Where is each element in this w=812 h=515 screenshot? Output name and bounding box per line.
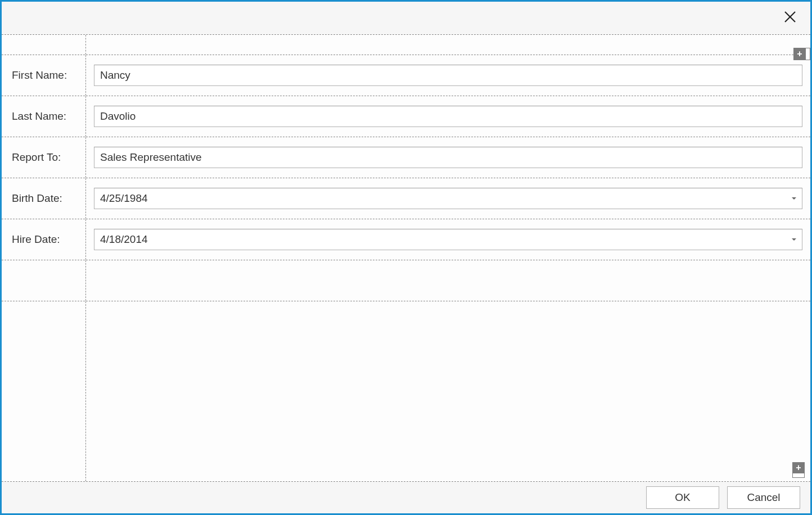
empty-label-cell — [2, 260, 86, 301]
layout-header-label-col — [2, 35, 86, 55]
ok-button[interactable]: OK — [646, 486, 719, 509]
chevron-down-icon — [791, 193, 797, 204]
add-row-button[interactable]: + — [792, 462, 805, 478]
hire-date-input[interactable] — [94, 229, 786, 250]
layout-header-input-col: + — [86, 35, 810, 55]
hire-date-picker[interactable] — [94, 229, 802, 250]
dialog-footer: OK Cancel — [2, 482, 810, 513]
layout-free-input-col: + — [86, 301, 810, 481]
row-report-to: Report To: — [2, 137, 810, 178]
row-last-name: Last Name: — [2, 96, 810, 137]
cell-birth-date — [86, 178, 810, 219]
birth-date-picker[interactable] — [94, 188, 802, 209]
close-button[interactable] — [780, 8, 800, 28]
plus-icon: + — [792, 462, 805, 473]
dialog-window: + First Name: Last Name: Report To: — [0, 0, 812, 515]
layout-header-strip: + — [2, 35, 810, 55]
add-row-tab — [792, 473, 805, 478]
titlebar — [2, 2, 810, 34]
row-first-name: First Name: — [2, 55, 810, 96]
layout-free-area: + — [2, 301, 810, 481]
chevron-down-icon — [791, 234, 797, 245]
label-hire-date: Hire Date: — [2, 219, 86, 260]
cell-last-name — [86, 96, 810, 137]
birth-date-dropdown-button[interactable] — [786, 188, 802, 209]
label-birth-date: Birth Date: — [2, 178, 86, 219]
last-name-input[interactable] — [94, 106, 802, 127]
add-column-tab — [806, 48, 810, 60]
svg-marker-2 — [792, 197, 796, 200]
label-last-name: Last Name: — [2, 96, 86, 137]
layout-free-label-col — [2, 301, 86, 481]
close-icon — [783, 10, 797, 26]
cell-first-name — [86, 55, 810, 96]
svg-marker-3 — [792, 238, 796, 241]
empty-layout-row — [2, 260, 810, 301]
plus-icon: + — [793, 48, 806, 60]
label-first-name: First Name: — [2, 55, 86, 96]
empty-input-cell — [86, 260, 810, 301]
label-report-to: Report To: — [2, 137, 86, 178]
birth-date-input[interactable] — [94, 188, 786, 209]
cancel-button[interactable]: Cancel — [727, 486, 800, 509]
row-birth-date: Birth Date: — [2, 178, 810, 219]
add-column-button[interactable]: + — [793, 48, 810, 61]
hire-date-dropdown-button[interactable] — [786, 229, 802, 250]
first-name-input[interactable] — [94, 65, 802, 86]
form-layout-area: + First Name: Last Name: Report To: — [2, 34, 810, 482]
row-hire-date: Hire Date: — [2, 219, 810, 260]
cell-hire-date — [86, 219, 810, 260]
cell-report-to — [86, 137, 810, 178]
report-to-input[interactable] — [94, 147, 802, 168]
